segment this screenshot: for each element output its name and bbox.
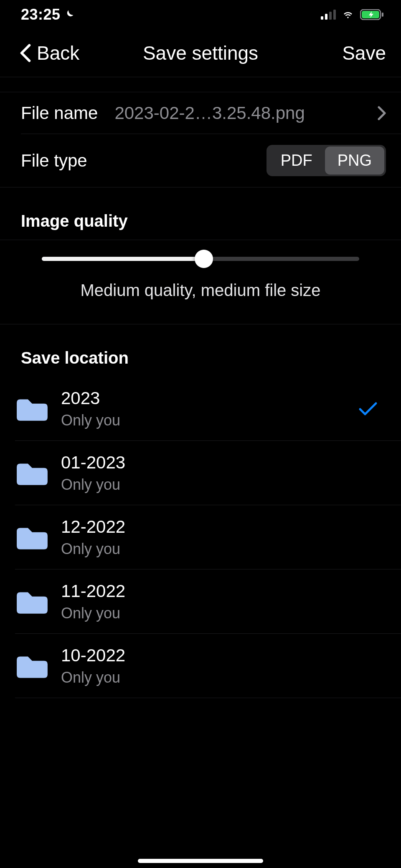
filetype-label: File type <box>21 151 87 171</box>
folder-row[interactable]: 12-2022Only you <box>0 505 401 569</box>
filename-value: 2023-02-2…3.25.48.png <box>114 103 368 123</box>
filetype-row: File type PDF PNG <box>0 134 401 187</box>
folder-row[interactable]: 10-2022Only you <box>0 634 401 698</box>
filename-row[interactable]: File name 2023-02-2…3.25.48.png <box>0 92 401 134</box>
save-button[interactable]: Save <box>342 42 386 64</box>
cellular-icon <box>321 10 336 20</box>
battery-charging-icon <box>360 9 384 20</box>
svg-rect-6 <box>382 13 383 17</box>
filetype-png-segment[interactable]: PNG <box>325 147 384 175</box>
filetype-segmented: PDF PNG <box>266 145 386 176</box>
quality-caption: Medium quality, medium file size <box>42 261 359 312</box>
page-title: Save settings <box>143 42 258 64</box>
svg-rect-3 <box>333 10 336 20</box>
status-time: 23:25 <box>21 6 61 23</box>
status-right <box>321 9 384 20</box>
chevron-left-icon <box>20 43 31 63</box>
folder-subtitle: Only you <box>61 605 386 622</box>
svg-rect-2 <box>329 12 332 20</box>
folder-text: 12-2022Only you <box>61 517 386 558</box>
moon-icon <box>63 9 75 20</box>
folder-icon <box>15 588 53 615</box>
quality-slider-container: Medium quality, medium file size <box>0 240 401 324</box>
folder-subtitle: Only you <box>61 669 386 686</box>
wifi-icon <box>341 10 355 20</box>
folder-row[interactable]: 01-2023Only you <box>0 441 401 505</box>
folder-icon <box>15 460 53 486</box>
back-button[interactable]: Back <box>20 42 79 64</box>
status-bar: 23:25 <box>0 0 401 29</box>
folder-name: 10-2022 <box>61 645 386 666</box>
folder-text: 2023Only you <box>61 388 358 429</box>
filename-label: File name <box>21 103 98 123</box>
folder-name: 11-2022 <box>61 581 386 601</box>
svg-rect-0 <box>321 16 323 20</box>
check-icon <box>358 402 378 416</box>
image-quality-header: Image quality <box>0 187 401 240</box>
spacer <box>0 77 401 92</box>
folder-row[interactable]: 2023Only you <box>0 377 401 441</box>
save-location-header: Save location <box>0 324 401 377</box>
folder-icon <box>15 524 53 551</box>
folder-subtitle: Only you <box>61 476 386 493</box>
nav-bar: Back Save settings Save <box>0 29 401 77</box>
folder-icon <box>15 653 53 679</box>
home-indicator <box>138 859 263 863</box>
filetype-pdf-segment[interactable]: PDF <box>268 147 325 175</box>
folder-text: 11-2022Only you <box>61 581 386 622</box>
folder-list: 2023Only you01-2023Only you12-2022Only y… <box>0 377 401 698</box>
folder-icon <box>15 395 53 422</box>
folder-text: 01-2023Only you <box>61 453 386 493</box>
folder-name: 2023 <box>61 388 358 408</box>
quality-slider-thumb[interactable] <box>195 250 213 268</box>
folder-subtitle: Only you <box>61 412 358 429</box>
quality-slider-fill <box>42 257 204 261</box>
status-left: 23:25 <box>21 6 75 23</box>
folder-subtitle: Only you <box>61 540 386 558</box>
chevron-right-icon <box>378 106 386 120</box>
svg-rect-1 <box>325 14 327 20</box>
folder-name: 01-2023 <box>61 453 386 473</box>
quality-slider[interactable] <box>42 257 359 261</box>
folder-row[interactable]: 11-2022Only you <box>0 569 401 634</box>
folder-name: 12-2022 <box>61 517 386 537</box>
back-label: Back <box>37 42 79 64</box>
folder-text: 10-2022Only you <box>61 645 386 686</box>
